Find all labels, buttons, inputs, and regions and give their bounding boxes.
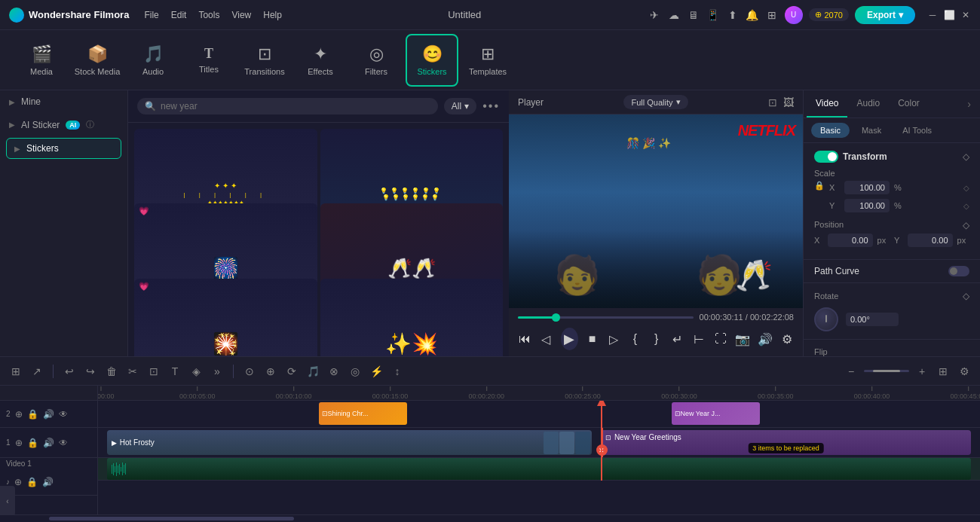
share-icon[interactable]: ⬆ xyxy=(726,8,740,22)
timeline-scrollbar[interactable] xyxy=(0,514,980,522)
undo-button[interactable]: ↩ xyxy=(61,363,78,380)
sticker-item-5[interactable]: 💗 🎇 ⬇ xyxy=(134,279,317,356)
minimize-button[interactable]: ─ xyxy=(927,10,938,20)
track1-add-icon[interactable]: ⊕ xyxy=(15,438,23,448)
user-avatar[interactable]: U xyxy=(785,6,803,24)
menu-file[interactable]: File xyxy=(144,10,158,20)
track2-eye-icon[interactable]: 👁 xyxy=(59,409,68,420)
stop-button[interactable]: ■ xyxy=(586,330,599,348)
rotate-diamond-icon[interactable]: ◇ xyxy=(963,291,969,301)
panel-item-stickers[interactable]: ▶ Stickers xyxy=(6,138,121,159)
track1-eye-icon[interactable]: 👁 xyxy=(59,438,68,448)
maximize-button[interactable]: ⬜ xyxy=(944,10,954,20)
clip-shining-chr[interactable]: ⊡ Shining Chr... xyxy=(319,402,407,425)
scene-split-button[interactable]: ⊞ xyxy=(8,363,24,380)
toolbar-audio[interactable]: 🎵 Audio xyxy=(127,34,179,87)
crop-button[interactable]: ⊡ xyxy=(145,363,162,380)
panel-item-mine[interactable]: ▶ Mine xyxy=(0,90,127,113)
phone-icon[interactable]: 📱 xyxy=(706,8,720,22)
grid-icon[interactable]: ⊞ xyxy=(765,8,779,22)
ripple-button[interactable]: ↵ xyxy=(671,330,684,348)
menu-view[interactable]: View xyxy=(231,10,251,20)
grid-view-icon[interactable]: ⊡ xyxy=(768,96,777,108)
screen-record-button[interactable]: ⊕ xyxy=(262,363,279,380)
position-y-input[interactable] xyxy=(908,234,953,247)
toolbar-titles[interactable]: T Titles xyxy=(182,34,235,87)
mark-in-button[interactable]: { xyxy=(628,330,642,348)
lock-icon[interactable]: 🔒 xyxy=(814,181,825,191)
more-options-button[interactable]: ••• xyxy=(482,99,500,113)
tab-video[interactable]: Video xyxy=(807,90,847,118)
snapshot-button[interactable]: 📷 xyxy=(735,330,750,348)
rotate-input[interactable] xyxy=(846,313,899,326)
bell-icon[interactable]: 🔔 xyxy=(746,8,759,22)
position-diamond-icon[interactable]: ◇ xyxy=(963,220,969,230)
image-view-icon[interactable]: 🖼 xyxy=(783,96,794,108)
audio-clip-button[interactable]: 🎵 xyxy=(305,363,321,380)
toolbar-templates[interactable]: ⊞ Templates xyxy=(461,34,514,87)
zoom-in-button[interactable]: + xyxy=(914,363,930,380)
toolbar-effects[interactable]: ✦ Effects xyxy=(294,34,347,87)
zoom-out-button[interactable]: − xyxy=(843,363,859,380)
panel-item-ai-sticker[interactable]: ▶ AI Sticker AI ⓘ xyxy=(0,113,127,136)
play-button[interactable]: ▶ xyxy=(561,328,578,350)
subtab-basic[interactable]: Basic xyxy=(811,123,850,138)
transform-diamond-icon[interactable]: ◇ xyxy=(963,151,969,162)
frame-forward-button[interactable]: ▷ xyxy=(607,330,620,348)
save-cloud-icon[interactable]: ☁ xyxy=(667,8,681,22)
filter-dropdown[interactable]: All ▾ xyxy=(444,98,476,114)
playhead[interactable] xyxy=(601,401,602,481)
volume-button[interactable]: 🔊 xyxy=(758,330,773,348)
rotate-dial[interactable] xyxy=(814,307,838,331)
path-curve-toggle[interactable] xyxy=(948,266,969,276)
clip-new-year-j[interactable]: ⊡ New Year J... xyxy=(672,402,760,425)
toolbar-transitions[interactable]: ⊡ Transitions xyxy=(238,34,291,87)
mark-out-button[interactable]: } xyxy=(649,330,663,348)
track1-sound-icon[interactable]: 🔊 xyxy=(43,438,54,448)
close-button[interactable]: ✕ xyxy=(960,10,971,20)
color-button[interactable]: ◈ xyxy=(188,363,204,380)
clip-hot-frosty[interactable]: ▶ Hot Frosty xyxy=(107,430,593,455)
track2-sound-icon[interactable]: 🔊 xyxy=(43,409,54,420)
cut-button[interactable]: ✂ xyxy=(124,363,141,380)
circle-button[interactable]: ⊙ xyxy=(241,363,258,380)
scale-y-input[interactable] xyxy=(844,199,890,212)
transition2-button[interactable]: ↕ xyxy=(389,363,406,380)
stabilize-button[interactable]: ◎ xyxy=(347,363,363,380)
scale-y-diamond-icon[interactable]: ◇ xyxy=(963,202,969,210)
position-x-input[interactable] xyxy=(828,234,873,247)
progress-track[interactable] xyxy=(518,316,694,319)
track2-lock-icon[interactable]: 🔒 xyxy=(27,409,38,420)
toolbar-stickers[interactable]: 😊 Stickers xyxy=(406,34,458,87)
quality-dropdown[interactable]: Full Quality ▾ xyxy=(623,95,688,109)
monitor-icon[interactable]: 🖥 xyxy=(687,8,700,22)
fullscreen-button[interactable]: ⛶ xyxy=(713,330,727,348)
redo-button[interactable]: ↪ xyxy=(82,363,99,380)
info-icon[interactable]: ⓘ xyxy=(86,119,94,130)
panel-expand-arrow[interactable]: › xyxy=(961,92,977,116)
track1-lock-icon[interactable]: 🔒 xyxy=(27,438,38,448)
export-button[interactable]: Export ▾ xyxy=(855,6,915,24)
subtab-ai-tools[interactable]: AI Tools xyxy=(893,123,941,138)
mask2-button[interactable]: ⊗ xyxy=(326,363,342,380)
text-button[interactable]: T xyxy=(167,363,183,380)
settings-button[interactable]: ⚙ xyxy=(780,330,794,348)
send-icon[interactable]: ✈ xyxy=(648,8,661,22)
zoom-track[interactable] xyxy=(864,370,909,372)
skip-back-button[interactable]: ⏮ xyxy=(518,330,531,348)
speed-button[interactable]: ⟳ xyxy=(283,363,300,380)
sticker-item-6[interactable]: ✨💥 ⬇ xyxy=(320,279,504,356)
menu-edit[interactable]: Edit xyxy=(171,10,187,20)
audio1-sound-icon[interactable]: 🔊 xyxy=(42,477,54,487)
more-tools-button[interactable]: » xyxy=(209,363,225,380)
audio1-add-icon[interactable]: ⊕ xyxy=(14,477,22,487)
menu-help[interactable]: Help xyxy=(263,10,282,20)
track-select-button[interactable]: ↗ xyxy=(29,363,45,380)
transform-toggle[interactable] xyxy=(814,151,838,163)
toolbar-filters[interactable]: ◎ Filters xyxy=(350,34,403,87)
menu-tools[interactable]: Tools xyxy=(198,10,219,20)
toolbar-media[interactable]: 🎬 Media xyxy=(15,34,68,87)
settings2-button[interactable]: ⚙ xyxy=(956,363,972,380)
audio1-lock-icon[interactable]: 🔒 xyxy=(26,477,38,487)
grid-layout-button[interactable]: ⊞ xyxy=(935,363,951,380)
